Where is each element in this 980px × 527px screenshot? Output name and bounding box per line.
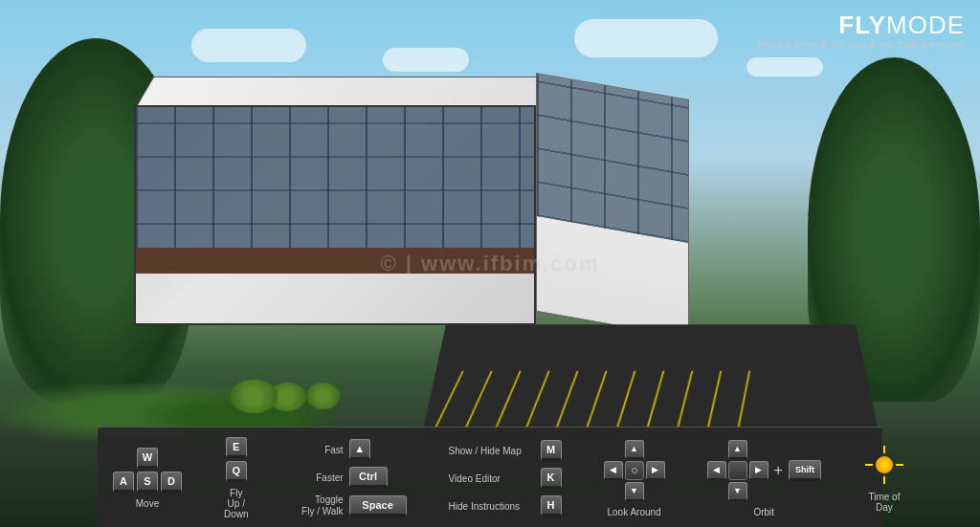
parking-lot (421, 324, 880, 440)
hide-instructions-row: Hide Instructions H (449, 495, 562, 516)
orbit-plus: + (774, 462, 783, 479)
cloud (574, 19, 718, 57)
fly-label: Fly Up / Down (224, 488, 249, 519)
orbit-controls: ▲ ◀ ▶ ▼ + Shift (707, 440, 821, 501)
arrow-center (625, 461, 644, 480)
hud-fast-section: Fast ▲ Faster Ctrl ToggleFly / Walk Spac… (291, 439, 407, 517)
arrow-left[interactable]: ◀ (604, 461, 623, 480)
hide-instructions-label: Hide Instructions (449, 501, 535, 512)
hud-map-section: Show / Hide Map M Video Editor K Hide In… (449, 440, 562, 516)
parking-line (706, 371, 722, 431)
look-around-label: Look Around (607, 507, 660, 517)
flymode-title: FLYMODE (757, 11, 965, 38)
show-hide-map-label: Show / Hide Map (449, 446, 535, 456)
key-ctrl[interactable]: Ctrl (349, 467, 388, 488)
toggle-row: ToggleFly / Walk Space (291, 494, 407, 517)
orbit-label: Orbit (753, 507, 774, 517)
arrow-right[interactable]: ▶ (646, 461, 665, 480)
key-q[interactable]: Q (226, 461, 247, 482)
parking-line (434, 371, 464, 431)
orbit-arrow-empty-tl (707, 440, 726, 459)
parking-line (554, 371, 578, 431)
key-w[interactable]: W (137, 448, 158, 469)
fast-label: Fast (291, 445, 344, 455)
key-space[interactable]: Space (349, 495, 407, 516)
key-d[interactable]: D (161, 472, 182, 493)
toggle-label: ToggleFly / Walk (291, 494, 344, 517)
side-windows (537, 74, 688, 243)
mode-text: MODE (886, 11, 965, 39)
faster-label: Faster (291, 472, 344, 483)
key-h[interactable]: H (541, 495, 562, 516)
parking-line (737, 371, 750, 431)
parking-line (615, 371, 636, 431)
move-keys: W A S D (113, 448, 182, 493)
key-shift[interactable]: Shift (789, 460, 821, 481)
center-dot (632, 468, 637, 473)
fly-text: FLY (838, 11, 886, 39)
sun-ray-right (896, 464, 903, 466)
time-of-day-icon (863, 444, 905, 486)
hud-fly-section: E Q Fly Up / Down (224, 437, 249, 519)
orbit-arrow-right[interactable]: ▶ (749, 461, 768, 480)
parking-line (494, 371, 522, 431)
parking-line (646, 371, 665, 431)
key-s[interactable]: S (137, 472, 158, 493)
building-scene (77, 57, 823, 383)
parking-line (676, 371, 693, 431)
flymode-subtitle: PRESS SPACE TO WALK ON THE GROUND (757, 40, 965, 50)
flymode-badge: FLYMODE PRESS SPACE TO WALK ON THE GROUN… (757, 11, 965, 50)
orbit-arrow-center (728, 461, 747, 480)
bush (306, 383, 340, 409)
sun-body (876, 456, 893, 473)
sun-ray-bottom (883, 476, 885, 484)
faster-row: Faster Ctrl (291, 467, 388, 488)
move-bottom-row: A S D (113, 472, 182, 493)
arrow-empty-tr (646, 440, 665, 459)
video-editor-row: Video Editor K (449, 468, 562, 489)
look-around-arrows: ▲ ◀ ▶ ▼ (604, 440, 665, 501)
move-label: Move (136, 498, 159, 509)
hud-controls-bar: W A S D Move E Q Fly Up / Down (98, 427, 882, 527)
map-row: Show / Hide Map M (449, 440, 562, 461)
arrow-up[interactable]: ▲ (625, 440, 644, 459)
sun-ray-left (865, 464, 873, 466)
key-m[interactable]: M (541, 440, 562, 461)
building-front-face (134, 105, 536, 325)
key-up-arrow[interactable]: ▲ (349, 439, 370, 460)
orbit-arrow-empty-bl (707, 482, 726, 501)
parking-line (585, 371, 607, 431)
parking-line (463, 371, 492, 431)
fly-top-row: E (226, 437, 247, 458)
orbit-arrow-down[interactable]: ▼ (728, 482, 747, 501)
fast-row: Fast ▲ (291, 439, 370, 460)
arrow-down[interactable]: ▼ (625, 482, 644, 501)
bush (230, 380, 278, 413)
key-e[interactable]: E (226, 437, 247, 458)
orbit-arrow-empty-br (749, 482, 768, 501)
key-a[interactable]: A (113, 472, 134, 493)
viewport: © | www.ifbim.com FLYMODE PRESS SPACE TO… (0, 0, 980, 527)
move-top-row: W (137, 448, 158, 469)
hud-look-around-section: ▲ ◀ ▶ ▼ Look Around (604, 440, 665, 517)
orbit-arrow-up[interactable]: ▲ (728, 440, 747, 459)
hud-time-section: Time of Day (863, 444, 905, 513)
orbit-arrow-left[interactable]: ◀ (707, 461, 726, 480)
building-band (136, 248, 534, 274)
arrow-empty-br (646, 482, 665, 501)
key-k[interactable]: K (541, 468, 562, 489)
window-grid (136, 107, 534, 258)
building-side-face (536, 73, 689, 339)
video-editor-label: Video Editor (449, 473, 535, 484)
hud-move-section: W A S D Move (113, 448, 182, 509)
parking-line (524, 371, 550, 431)
parking-lines-container (423, 318, 879, 431)
orbit-arrows: ▲ ◀ ▶ ▼ (707, 440, 768, 501)
hud-orbit-section: ▲ ◀ ▶ ▼ + Shift Orbit (707, 440, 821, 517)
orbit-arrow-empty-tr (749, 440, 768, 459)
fly-bottom-row: Q (226, 461, 247, 482)
time-of-day-label: Time of Day (863, 492, 905, 513)
arrow-empty-tl (604, 440, 623, 459)
fly-keys: E Q (226, 437, 247, 482)
arrow-empty-bl (604, 482, 623, 501)
